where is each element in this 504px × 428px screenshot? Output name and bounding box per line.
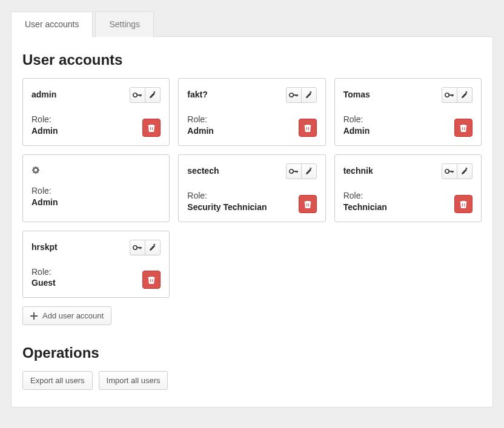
- role-value: Admin: [343, 125, 370, 137]
- user-card: TomasRole:Admin: [334, 78, 482, 146]
- edit-user-button[interactable]: [457, 87, 472, 103]
- tab-settings[interactable]: Settings: [95, 12, 154, 37]
- svg-rect-18: [452, 171, 453, 173]
- export-all-users-label: Export all users: [30, 376, 85, 385]
- role-value: Admin: [31, 125, 58, 137]
- svg-rect-14: [296, 171, 297, 173]
- delete-user-button[interactable]: [454, 195, 472, 213]
- role-value: Security Technician: [187, 202, 267, 213]
- user-card: technikRole:Technician: [334, 154, 482, 222]
- role-value: Admin: [31, 197, 58, 208]
- svg-rect-2: [141, 94, 142, 96]
- role-value: Guest: [31, 277, 56, 289]
- svg-rect-23: [139, 247, 140, 248]
- delete-user-button[interactable]: [299, 119, 317, 137]
- role-label: Role:: [343, 190, 387, 202]
- trash-icon: [459, 200, 468, 208]
- change-password-button[interactable]: [442, 163, 457, 179]
- role-label: Role:: [343, 114, 370, 125]
- svg-point-16: [445, 170, 449, 173]
- pencil-icon: [305, 168, 313, 175]
- user-card-username: sectech: [187, 163, 219, 176]
- delete-user-button[interactable]: [142, 271, 161, 289]
- add-user-button[interactable]: Add user account: [22, 306, 111, 325]
- trash-icon: [147, 123, 156, 132]
- role-label: Role:: [187, 190, 267, 202]
- role-label: Role:: [31, 114, 58, 125]
- role-value: Admin: [187, 125, 214, 137]
- import-all-users-button[interactable]: Import all users: [99, 371, 168, 390]
- delete-user-button[interactable]: [454, 119, 472, 137]
- svg-point-20: [133, 245, 137, 249]
- key-icon: [289, 168, 299, 174]
- change-password-button[interactable]: [130, 240, 145, 255]
- key-icon: [289, 92, 299, 98]
- panel-user-accounts: User accounts adminRole:Adminfakt?Role:A…: [11, 36, 493, 407]
- role-value: Technician: [343, 202, 387, 213]
- change-password-button[interactable]: [442, 87, 457, 103]
- key-icon: [445, 168, 454, 174]
- pencil-icon: [461, 91, 468, 99]
- key-icon: [133, 245, 142, 251]
- user-card-username: admin: [31, 87, 56, 99]
- user-card-username: Tomas: [343, 87, 370, 99]
- role-label: Role:: [187, 114, 214, 125]
- svg-rect-19: [451, 171, 452, 172]
- pencil-icon: [305, 91, 313, 99]
- tab-user-accounts[interactable]: User accounts: [11, 12, 93, 37]
- section-title-user-accounts: User accounts: [22, 51, 482, 68]
- change-password-button[interactable]: [286, 163, 302, 179]
- delete-user-button[interactable]: [299, 195, 317, 213]
- pencil-icon: [149, 91, 156, 99]
- user-card: hrskptRole:Guest: [22, 231, 170, 298]
- gear-icon: [31, 163, 40, 174]
- import-all-users-label: Import all users: [107, 376, 161, 385]
- key-icon: [445, 92, 454, 98]
- user-card: fakt?Role:Admin: [178, 78, 325, 146]
- svg-rect-3: [139, 94, 140, 96]
- edit-user-button[interactable]: [145, 240, 161, 255]
- svg-rect-7: [295, 94, 296, 96]
- change-password-button[interactable]: [130, 87, 145, 103]
- role-label: Role:: [31, 266, 56, 278]
- svg-rect-6: [296, 94, 297, 96]
- edit-user-button[interactable]: [301, 163, 317, 179]
- add-user-label: Add user account: [42, 311, 104, 320]
- delete-user-button[interactable]: [142, 119, 161, 137]
- key-icon: [133, 92, 142, 98]
- user-card: Role:Admin: [22, 154, 170, 222]
- svg-point-4: [289, 93, 293, 97]
- change-password-button[interactable]: [286, 87, 302, 103]
- pencil-icon: [461, 168, 468, 175]
- svg-rect-22: [141, 247, 142, 249]
- trash-icon: [459, 123, 468, 132]
- edit-user-button[interactable]: [301, 87, 317, 103]
- edit-user-button[interactable]: [457, 163, 472, 179]
- user-card: sectechRole:Security Technician: [178, 154, 325, 222]
- role-label: Role:: [31, 185, 58, 197]
- svg-point-8: [445, 93, 449, 97]
- user-card-username: technik: [343, 163, 373, 176]
- svg-rect-10: [452, 94, 453, 96]
- trash-icon: [303, 200, 312, 208]
- svg-point-12: [289, 170, 293, 173]
- trash-icon: [303, 123, 312, 132]
- user-card-username: hrskpt: [31, 240, 58, 252]
- svg-rect-15: [295, 171, 296, 172]
- edit-user-button[interactable]: [145, 87, 161, 103]
- svg-rect-11: [451, 94, 452, 96]
- svg-point-0: [133, 93, 137, 97]
- user-cards-grid: adminRole:Adminfakt?Role:AdminTomasRole:…: [22, 78, 482, 298]
- plus-icon: [30, 312, 38, 320]
- section-title-operations: Operations: [22, 344, 482, 361]
- pencil-icon: [149, 244, 156, 251]
- user-card-username: fakt?: [187, 87, 207, 99]
- export-all-users-button[interactable]: Export all users: [22, 371, 93, 390]
- user-card: adminRole:Admin: [22, 78, 170, 146]
- trash-icon: [147, 275, 156, 284]
